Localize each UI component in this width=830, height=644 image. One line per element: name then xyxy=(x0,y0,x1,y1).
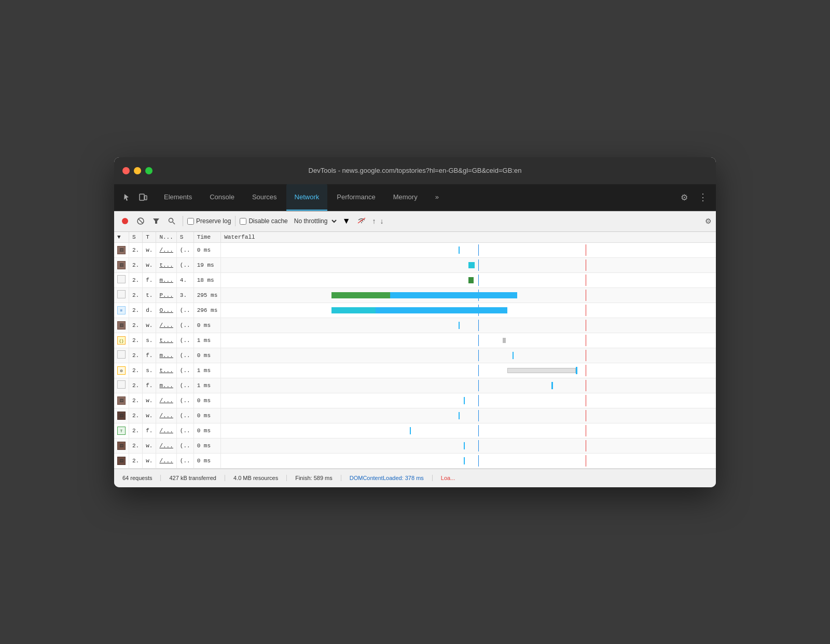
row-name[interactable]: /... xyxy=(156,453,176,468)
row-type: w. xyxy=(143,242,156,257)
table-row[interactable]: {}2.s.t...(..1 ms xyxy=(114,333,716,348)
row-status: 2. xyxy=(129,393,143,408)
row-time: 0 ms xyxy=(193,242,221,257)
row-waterfall xyxy=(221,393,716,408)
tab-more[interactable]: » xyxy=(427,184,447,211)
tab-actions: ⚙ ⋮ xyxy=(676,189,712,205)
table-row[interactable]: 2.f.m...(..1 ms xyxy=(114,378,716,393)
row-status: 2. xyxy=(129,287,143,303)
row-name[interactable]: m... xyxy=(156,348,176,363)
row-name[interactable]: /... xyxy=(156,318,176,333)
row-time: 0 ms xyxy=(193,453,221,468)
row-name[interactable]: m... xyxy=(156,378,176,393)
row-name[interactable]: t... xyxy=(156,333,176,348)
table-row[interactable]: 🖼2.w./...(..0 ms xyxy=(114,318,716,333)
row-name[interactable]: /... xyxy=(156,438,176,453)
maximize-button[interactable] xyxy=(145,167,153,174)
settings-icon-button[interactable]: ⚙ xyxy=(676,190,692,204)
col-header-filter[interactable]: ▼ xyxy=(114,232,129,243)
clear-button[interactable] xyxy=(134,215,147,227)
tab-sources[interactable]: Sources xyxy=(244,184,285,211)
requests-count: 64 requests xyxy=(122,475,161,481)
network-table: ▼ S T N... S Time Waterfall 🖼2.w./...(..… xyxy=(114,232,716,469)
table-row[interactable]: 🖼2.w./...(..0 ms xyxy=(114,393,716,408)
traffic-lights xyxy=(122,167,153,174)
filter-button[interactable] xyxy=(149,215,163,227)
table-row[interactable]: 2.t.P...3.295 ms xyxy=(114,287,716,303)
row-waterfall xyxy=(221,378,716,393)
row-name[interactable]: t... xyxy=(156,363,176,378)
upload-icon[interactable]: ↑ xyxy=(372,217,376,225)
row-status: 2. xyxy=(129,242,143,257)
load-time: Loa... xyxy=(433,475,464,481)
download-icon[interactable]: ↓ xyxy=(380,217,384,225)
network-settings-icon[interactable]: ⚙ xyxy=(705,217,712,225)
record-button[interactable] xyxy=(118,215,132,227)
row-name[interactable]: t... xyxy=(156,257,176,272)
col-header-status[interactable]: S xyxy=(129,232,143,243)
table-row[interactable]: 🖼2.w./...(..0 ms xyxy=(114,408,716,423)
row-name[interactable]: /... xyxy=(156,393,176,408)
table-row[interactable]: 2.f.m...4.18 ms xyxy=(114,272,716,287)
more-options-button[interactable]: ⋮ xyxy=(694,189,712,205)
row-name[interactable]: /... xyxy=(156,408,176,423)
table-row[interactable]: 2.f.m...(..0 ms xyxy=(114,348,716,363)
row-type: w. xyxy=(143,408,156,423)
row-waterfall xyxy=(221,408,716,423)
table-row[interactable]: T2.f./...(..0 ms xyxy=(114,423,716,438)
row-waterfall xyxy=(221,242,716,257)
table-row[interactable]: 🖼2.w.t...(..19 ms xyxy=(114,257,716,272)
row-icon-cell xyxy=(114,378,129,393)
row-name[interactable]: m... xyxy=(156,272,176,287)
tab-performance[interactable]: Performance xyxy=(328,184,383,211)
row-status: 2. xyxy=(129,378,143,393)
minimize-button[interactable] xyxy=(134,167,141,174)
preserve-log-label[interactable]: Preserve log xyxy=(187,217,231,225)
row-type: w. xyxy=(143,393,156,408)
row-name[interactable]: /... xyxy=(156,423,176,438)
row-size: 4. xyxy=(176,272,193,287)
cursor-icon-button[interactable] xyxy=(118,190,135,204)
tab-network[interactable]: Network xyxy=(286,184,328,211)
col-header-time[interactable]: Time xyxy=(193,232,221,243)
row-time: 0 ms xyxy=(193,423,221,438)
table-row[interactable]: ≡2.d.O...(..296 ms xyxy=(114,303,716,318)
preserve-log-checkbox[interactable] xyxy=(187,218,194,225)
network-table-container[interactable]: ▼ S T N... S Time Waterfall 🖼2.w./...(..… xyxy=(114,232,716,469)
row-status: 2. xyxy=(129,272,143,287)
row-time: 0 ms xyxy=(193,408,221,423)
svg-line-7 xyxy=(173,222,175,224)
disable-cache-label[interactable]: Disable cache xyxy=(240,217,287,225)
throttle-select[interactable]: No throttling xyxy=(290,216,338,226)
col-header-waterfall[interactable]: Waterfall xyxy=(221,232,716,243)
devtools-window: DevTools - news.google.com/topstories?hl… xyxy=(114,157,716,487)
window-title: DevTools - news.google.com/topstories?hl… xyxy=(309,167,522,174)
table-row[interactable]: 🖼2.w./...(..0 ms xyxy=(114,453,716,468)
tab-console[interactable]: Console xyxy=(201,184,243,211)
row-waterfall xyxy=(221,272,716,287)
col-header-size[interactable]: S xyxy=(176,232,193,243)
row-status: 2. xyxy=(129,423,143,438)
row-type: s. xyxy=(143,333,156,348)
row-waterfall xyxy=(221,303,716,318)
device-toggle-button[interactable] xyxy=(135,190,151,204)
table-row[interactable]: ⚙2.s.t...(..1 ms xyxy=(114,363,716,378)
tab-memory[interactable]: Memory xyxy=(385,184,426,211)
col-header-type[interactable]: T xyxy=(143,232,156,243)
row-size: (.. xyxy=(176,333,193,348)
row-icon-cell: 🖼 xyxy=(114,438,129,453)
disable-cache-checkbox[interactable] xyxy=(240,218,246,225)
dom-content-loaded: DOMContentLoaded: 378 ms xyxy=(341,475,433,481)
table-row[interactable]: 🖼2.w./...(..0 ms xyxy=(114,242,716,257)
col-header-name[interactable]: N... xyxy=(156,232,176,243)
row-name[interactable]: /... xyxy=(156,242,176,257)
network-rows: 🖼2.w./...(..0 ms🖼2.w.t...(..19 ms2.f.m..… xyxy=(114,242,716,468)
row-name[interactable]: P... xyxy=(156,287,176,303)
search-button[interactable] xyxy=(165,215,178,227)
row-status: 2. xyxy=(129,348,143,363)
row-status: 2. xyxy=(129,333,143,348)
tab-elements[interactable]: Elements xyxy=(156,184,200,211)
close-button[interactable] xyxy=(122,167,130,174)
row-name[interactable]: O... xyxy=(156,303,176,318)
table-row[interactable]: 🖼2.w./...(..0 ms xyxy=(114,438,716,453)
